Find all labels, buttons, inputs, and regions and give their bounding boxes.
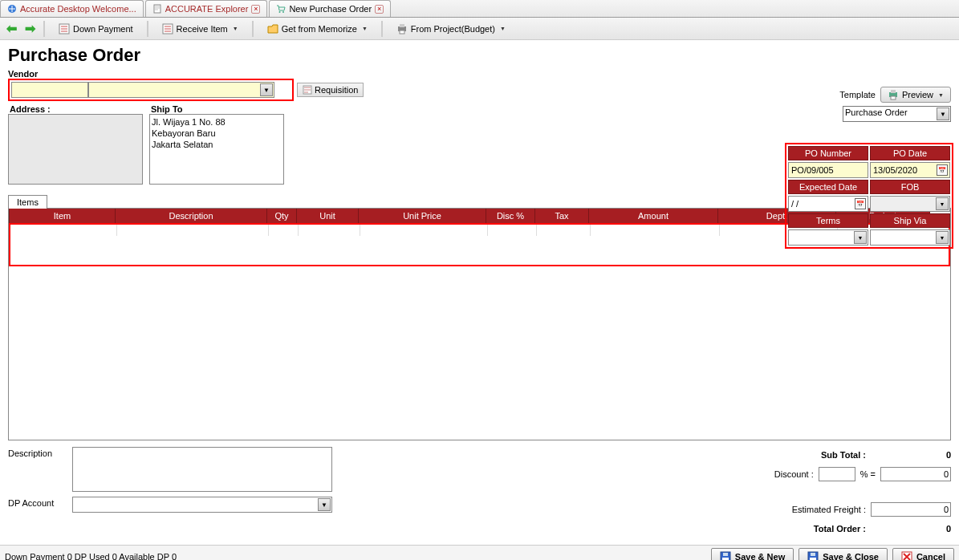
chevron-down-icon[interactable]: ▼ [936, 197, 949, 210]
button-label: Down Payment [73, 24, 133, 34]
chevron-down-icon[interactable]: ▼ [498, 26, 506, 31]
svg-rect-11 [891, 96, 896, 99]
col-item[interactable]: Item [9, 209, 116, 223]
chevron-down-icon[interactable]: ▼ [231, 26, 238, 31]
separator [252, 21, 254, 37]
freight-input[interactable] [871, 502, 951, 517]
po-date-header: PO Date [870, 146, 950, 160]
save-icon [720, 551, 731, 560]
col-qty[interactable]: Qty [267, 209, 297, 223]
folder-icon [267, 23, 278, 34]
calendar-icon[interactable]: 📅 [855, 198, 866, 209]
cell[interactable] [360, 225, 488, 236]
save-close-button[interactable]: Save & Close [798, 548, 888, 560]
col-desc[interactable]: Description [116, 209, 267, 223]
col-unit[interactable]: Unit [297, 209, 359, 223]
po-number-input[interactable]: PO/09/005 [788, 162, 868, 178]
totals: Sub Total : 0 Discount : % = Estimated F… [701, 447, 951, 540]
tab-welcome[interactable]: Accurate Desktop Welcome... [0, 0, 144, 17]
nav-back-icon[interactable]: ⬅ [6, 21, 17, 36]
preview-button[interactable]: Preview ▼ [880, 87, 951, 103]
po-date-input[interactable]: 13/05/2020📅 [870, 162, 950, 178]
requisition-button[interactable]: Requisition [297, 83, 364, 97]
vendor-name-input[interactable]: ▼ [88, 82, 274, 98]
tab-explorer[interactable]: ACCURATE Explorer × [145, 0, 268, 17]
cell[interactable] [591, 225, 720, 236]
svg-rect-1 [154, 5, 161, 13]
bottom-left: Description DP Account ▼ [8, 447, 332, 540]
shipvia-select[interactable]: ▼ [870, 229, 950, 246]
page-body: Purchase Order Template Preview ▼ Purcha… [0, 40, 959, 545]
tab-label: New Purchase Order [289, 4, 372, 14]
cell[interactable] [299, 225, 360, 236]
vendor-label: Vendor [8, 69, 951, 79]
close-icon[interactable]: × [375, 5, 384, 14]
fob-select[interactable]: ▼ [870, 196, 950, 212]
template-value: Purchase Order [845, 108, 908, 117]
printer-icon [888, 89, 899, 100]
address-textarea[interactable] [8, 114, 143, 185]
svg-point-3 [282, 11, 284, 13]
cancel-icon [901, 551, 912, 560]
col-tax[interactable]: Tax [535, 209, 589, 223]
get-memorize-button[interactable]: Get from Memorize ▼ [262, 21, 373, 37]
cart-icon [276, 4, 286, 14]
down-payment-button[interactable]: Down Payment [53, 21, 139, 37]
col-uprice[interactable]: Unit Price [359, 209, 486, 223]
cell[interactable] [269, 225, 299, 236]
pct-equals: % = [860, 469, 876, 479]
expected-value: / / [791, 199, 798, 209]
svg-rect-10 [891, 90, 896, 93]
chevron-down-icon[interactable]: ▼ [937, 92, 944, 98]
chevron-down-icon[interactable]: ▼ [854, 231, 867, 244]
col-amount[interactable]: Amount [589, 209, 718, 223]
expected-input[interactable]: / /📅 [788, 196, 868, 212]
button-label: Preview [902, 90, 933, 99]
total-value: 0 [871, 524, 951, 534]
chevron-down-icon[interactable]: ▼ [260, 83, 273, 96]
chevron-down-icon[interactable]: ▼ [937, 108, 949, 120]
vendor-code-input[interactable] [11, 82, 88, 98]
separator [147, 21, 148, 37]
save-new-button[interactable]: Save & New [711, 548, 794, 560]
from-project-button[interactable]: From Project(Budget) ▼ [391, 21, 511, 37]
items-tab[interactable]: Items [8, 195, 47, 209]
dp-account-select[interactable]: ▼ [72, 497, 332, 513]
address-label: Address : [8, 104, 143, 114]
printer-icon [396, 23, 408, 34]
calendar-icon[interactable]: 📅 [937, 164, 948, 176]
shipto-label: Ship To [149, 104, 284, 114]
svg-point-2 [279, 11, 281, 13]
nav-forward-icon[interactable]: ➡ [25, 21, 35, 36]
template-select[interactable]: Purchase Order ▼ [843, 106, 951, 122]
terms-select[interactable]: ▼ [788, 229, 868, 246]
shipto-textarea[interactable]: Jl. Wijaya 1 No. 88 Kebayoran Baru Jakar… [149, 114, 284, 185]
tab-new-po[interactable]: New Purchase Order × [269, 0, 391, 17]
svg-rect-15 [723, 553, 728, 556]
cell[interactable] [117, 225, 269, 236]
po-number-value: PO/09/005 [791, 165, 834, 175]
col-disc[interactable]: Disc % [486, 209, 535, 223]
grid-empty-area[interactable] [9, 266, 950, 440]
button-label: From Project(Budget) [411, 24, 495, 34]
chevron-down-icon[interactable]: ▼ [936, 231, 949, 244]
po-number-header: PO Number [788, 146, 868, 160]
cell[interactable] [488, 225, 537, 236]
vendor-lookup-row: ▼ [8, 79, 294, 101]
page-title: Purchase Order [8, 45, 951, 66]
template-select-wrap: Purchase Order ▼ [843, 106, 951, 122]
list-icon [59, 23, 70, 34]
header-right: Template Preview ▼ [839, 87, 951, 103]
description-textarea[interactable] [72, 447, 332, 492]
discount-amt-input[interactable] [880, 467, 951, 481]
cell[interactable] [10, 225, 117, 236]
cancel-button[interactable]: Cancel [892, 548, 954, 560]
cell[interactable] [537, 225, 591, 236]
chevron-down-icon[interactable]: ▼ [318, 498, 331, 511]
close-icon[interactable]: × [251, 5, 260, 14]
discount-pct-input[interactable] [819, 467, 855, 481]
receive-item-button[interactable]: Receive Item ▼ [156, 21, 244, 37]
svg-rect-8 [400, 30, 404, 34]
chevron-down-icon[interactable]: ▼ [360, 26, 368, 31]
bottom-area: Description DP Account ▼ Sub Total : 0 D… [8, 447, 951, 540]
